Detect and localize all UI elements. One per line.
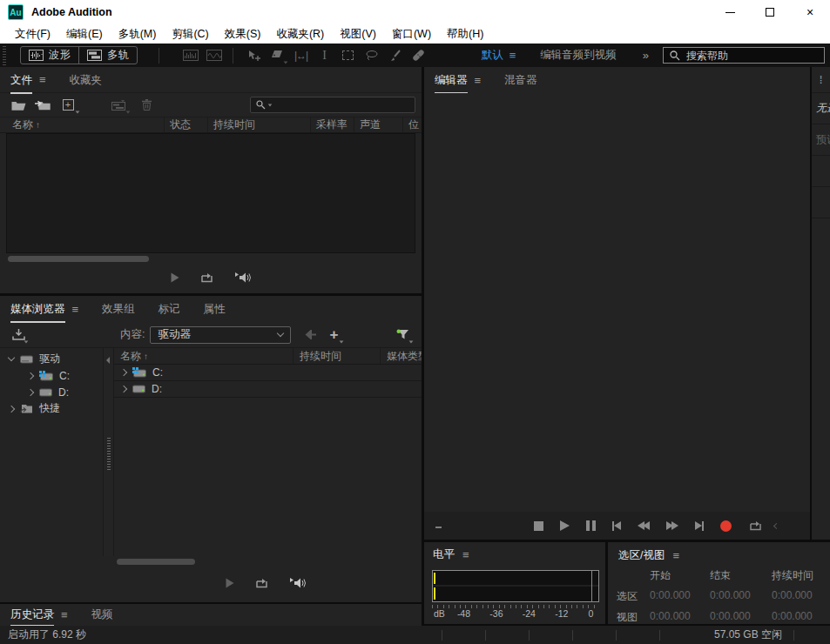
stop-icon[interactable]: [534, 521, 543, 531]
history-panel-menu-icon[interactable]: ≡: [61, 609, 68, 621]
time-selection-tool-button[interactable]: I: [313, 46, 336, 65]
minimize-button[interactable]: [710, 0, 750, 24]
loop-icon[interactable]: [748, 520, 763, 532]
levels-panel-menu-icon[interactable]: ≡: [462, 549, 469, 560]
spot-healing-brush-button[interactable]: [407, 46, 430, 65]
media-import-button[interactable]: [7, 325, 30, 345]
loop-icon[interactable]: [199, 272, 214, 284]
content-dropdown[interactable]: 驱动器: [150, 326, 291, 344]
tab-mixer[interactable]: 混音器: [504, 67, 537, 94]
chevron-right-icon[interactable]: [8, 405, 15, 412]
transport-overflow-chevron-icon[interactable]: [773, 522, 779, 528]
marquee-selection-tool-button[interactable]: [336, 46, 360, 65]
menu-clip[interactable]: 剪辑(C): [164, 27, 216, 42]
files-horizontal-scrollbar[interactable]: [8, 256, 149, 262]
media-row-drive-c[interactable]: C:: [114, 365, 422, 381]
tab-properties[interactable]: 属性: [204, 296, 226, 323]
media-column-name[interactable]: 名称↑: [114, 348, 293, 364]
auto-play-icon[interactable]: [234, 272, 251, 284]
import-file-button[interactable]: [30, 96, 55, 115]
loop-icon[interactable]: [254, 577, 269, 589]
chevron-right-icon[interactable]: [27, 372, 34, 379]
workspace-edit-audio-to-video[interactable]: 编辑音频到视频: [540, 48, 617, 63]
filter-button[interactable]: [390, 325, 415, 345]
column-channels[interactable]: 声道: [354, 117, 402, 132]
tab-files[interactable]: 文件 ≡: [10, 67, 46, 94]
presets-label[interactable]: 预设: [812, 124, 830, 156]
help-search-input[interactable]: [686, 50, 818, 62]
play-icon[interactable]: [226, 579, 233, 588]
fast-forward-icon[interactable]: [666, 521, 678, 530]
tree-item-drive-d[interactable]: D:: [0, 384, 103, 400]
new-media-button[interactable]: +: [55, 96, 81, 115]
tab-editor[interactable]: 编辑器 ≡: [435, 67, 481, 94]
column-status[interactable]: 状态: [164, 117, 207, 132]
menu-multitrack[interactable]: 多轨(M): [111, 27, 165, 42]
tab-media-browser[interactable]: 媒体浏览器 ≡: [10, 296, 78, 323]
delete-button[interactable]: [135, 96, 158, 115]
maximize-button[interactable]: [750, 0, 790, 24]
tab-effects-rack[interactable]: 效果组: [102, 296, 135, 323]
tree-item-drive-c[interactable]: C:: [0, 367, 103, 384]
tab-history[interactable]: 历史记录 ≡: [10, 604, 68, 626]
files-search-input[interactable]: [274, 99, 409, 111]
media-browser-panel-menu-icon[interactable]: ≡: [72, 304, 79, 315]
insert-into-multitrack-button[interactable]: [105, 96, 132, 115]
column-duration[interactable]: 持续时间: [207, 117, 310, 132]
workspace-overflow-chevron[interactable]: »: [643, 49, 649, 62]
tab-video[interactable]: 视频: [91, 604, 113, 626]
open-file-button[interactable]: [6, 96, 30, 115]
lasso-selection-tool-button[interactable]: [360, 46, 383, 65]
toolbar-grip[interactable]: [2, 46, 8, 65]
move-tool-button[interactable]: [242, 46, 266, 65]
play-icon[interactable]: [172, 273, 179, 283]
menu-favorites[interactable]: 收藏夹(R): [268, 27, 332, 42]
spectral-frequency-button[interactable]: [179, 46, 202, 65]
column-sample-rate[interactable]: 采样率: [310, 117, 354, 132]
tree-item-drives[interactable]: 驱动: [0, 351, 103, 367]
column-name[interactable]: 名称↑: [0, 117, 164, 132]
paintbrush-tool-button[interactable]: [383, 46, 407, 65]
media-row-drive-d[interactable]: D:: [114, 381, 422, 398]
view-end-value[interactable]: 0:00.000: [710, 610, 772, 624]
menu-view[interactable]: 视图(V): [332, 27, 384, 42]
selection-view-panel-menu-icon[interactable]: ≡: [672, 550, 679, 561]
menu-window[interactable]: 窗口(W): [384, 27, 439, 42]
chevron-right-icon[interactable]: [27, 388, 34, 395]
level-meter[interactable]: [432, 570, 599, 602]
column-bit-depth[interactable]: 位: [402, 117, 422, 132]
selection-start-value[interactable]: 0:00.000: [650, 589, 710, 604]
back-button[interactable]: [298, 325, 322, 345]
waveform-view-button[interactable]: 波形: [21, 47, 78, 64]
selection-end-value[interactable]: 0:00.000: [710, 589, 772, 604]
files-list[interactable]: [6, 133, 415, 253]
files-panel-menu-icon[interactable]: ≡: [39, 74, 46, 85]
menu-edit[interactable]: 编辑(E): [58, 27, 111, 42]
chevron-right-icon[interactable]: [120, 386, 127, 392]
chevron-down-icon[interactable]: [8, 354, 15, 361]
editor-canvas[interactable]: [424, 93, 810, 512]
slip-tool-button[interactable]: |↔|: [289, 46, 313, 65]
media-column-duration[interactable]: 持续时间: [293, 348, 380, 364]
rewind-icon[interactable]: [638, 521, 650, 530]
selection-duration-value[interactable]: 0:00.000: [772, 589, 830, 604]
menu-help[interactable]: 帮助(H): [439, 27, 491, 42]
workspace-default[interactable]: 默认 ≡: [482, 48, 516, 63]
add-shortcut-button[interactable]: +: [322, 325, 345, 345]
view-start-value[interactable]: 0:00.000: [650, 610, 710, 624]
tab-markers[interactable]: 标记: [159, 296, 180, 323]
menu-effects[interactable]: 效果(S): [217, 27, 269, 42]
media-horizontal-scrollbar[interactable]: [117, 559, 195, 565]
skip-to-end-icon[interactable]: [695, 521, 704, 531]
play-icon[interactable]: [560, 520, 570, 531]
menu-file[interactable]: 文件(F): [7, 27, 58, 42]
clipped-panel-menu[interactable]: ⁞: [812, 67, 830, 93]
editor-panel-menu-icon[interactable]: ≡: [475, 75, 482, 86]
tab-favorites[interactable]: 收藏夹: [70, 67, 103, 94]
razor-tool-button[interactable]: [266, 46, 289, 65]
skip-to-start-icon[interactable]: [612, 521, 621, 531]
pause-icon[interactable]: [586, 520, 596, 531]
chevron-right-icon[interactable]: [120, 369, 127, 376]
spectral-waveform-button[interactable]: [202, 46, 226, 65]
media-column-type[interactable]: 媒体类型: [380, 348, 422, 364]
